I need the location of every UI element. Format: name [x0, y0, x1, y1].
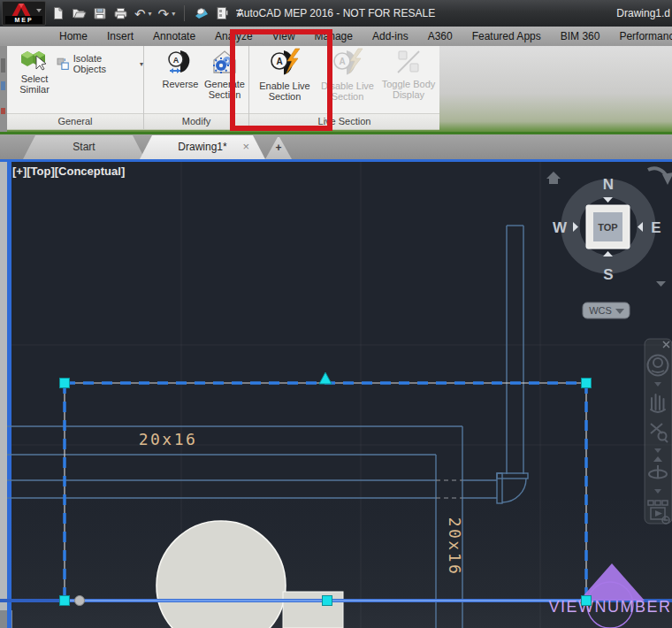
toggle-body-display-button[interactable]: Toggle Body Display — [378, 48, 439, 113]
ribbon-tab-annotate[interactable]: Annotate — [143, 27, 205, 46]
redo-dropdown-icon[interactable]: ▾ — [172, 10, 175, 18]
ribbon-tab-featured-apps[interactable]: Featured Apps — [462, 27, 551, 46]
ribbon-tab-bim360[interactable]: BIM 360 — [551, 27, 610, 46]
section-boundary[interactable] — [0, 383, 672, 601]
viewcube-north[interactable]: N — [603, 176, 614, 193]
ribbon-tab-manage[interactable]: Manage — [305, 27, 363, 46]
wcs-button[interactable]: WCS — [583, 303, 630, 318]
hand-tool-icon[interactable] — [194, 6, 210, 20]
panel-label-modify[interactable]: Modify — [144, 113, 248, 129]
grip-menu-circle[interactable] — [75, 596, 85, 606]
ribbon-tab-view[interactable]: View — [263, 27, 305, 46]
reverse-icon: A — [166, 48, 195, 76]
document-name: Drawing1.d — [616, 0, 670, 27]
select-similar-button[interactable]: Select Similar — [11, 48, 58, 113]
hidden-duct-lines — [436, 480, 462, 498]
title-bar: MEP ↶ ▾ ↷ ▾ — [0, 0, 672, 27]
select-similar-icon — [19, 48, 50, 71]
toggle-body-display-label: Toggle Body Display — [378, 79, 439, 100]
viewport-controls-label[interactable]: [+][Top][Conceptual] — [12, 165, 125, 178]
undo-icon[interactable]: ↶ — [134, 7, 146, 20]
wcs-label: WCS — [589, 305, 612, 316]
app-menu-caret-icon — [36, 9, 42, 12]
close-tab-icon[interactable]: × — [242, 135, 249, 158]
viewcube[interactable]: N S W E TOP — [546, 168, 672, 287]
open-file-icon[interactable] — [72, 6, 87, 20]
isolate-objects-button[interactable]: Isolate Objects ▾ — [57, 53, 143, 74]
ribbon-tab-insert[interactable]: Insert — [97, 27, 143, 46]
new-file-icon[interactable] — [51, 6, 65, 20]
ribbon-bottom-accent — [0, 132, 672, 134]
duct-size-label-vertical: 20x16 — [446, 517, 464, 577]
viewcube-south[interactable]: S — [603, 266, 613, 283]
duct-size-label-horizontal: 20x16 — [139, 430, 198, 448]
window-edge-fragment — [0, 46, 7, 132]
viewcube-west[interactable]: W — [553, 219, 568, 236]
grip-bottom-mid[interactable] — [323, 596, 332, 606]
svg-text:A: A — [173, 56, 179, 65]
ribbon-tab-a360[interactable]: A360 — [418, 27, 462, 46]
grip-flip-arrow[interactable] — [319, 372, 332, 384]
svg-text:A: A — [276, 57, 282, 66]
grip-bottom-left[interactable] — [60, 596, 70, 606]
grip-bottom-right[interactable] — [582, 596, 592, 606]
redo-icon[interactable]: ↷ — [158, 7, 170, 20]
file-tab-drawing1[interactable]: Drawing1* × — [140, 135, 265, 159]
qat-separator — [184, 5, 185, 21]
watermark: VIEWNUMBER — [548, 563, 671, 628]
duct-elbow-fitting — [497, 473, 528, 503]
isolate-objects-label: Isolate Objects — [73, 53, 136, 74]
panel-label-general[interactable]: General — [7, 113, 143, 129]
drawing-viewport[interactable]: [+][Top][Conceptual] — [0, 159, 672, 628]
svg-text:A: A — [339, 57, 345, 66]
undo-dropdown-icon[interactable]: ▾ — [149, 10, 152, 18]
new-drawing-tab-button[interactable]: + — [265, 137, 292, 159]
section-body-circle — [157, 521, 286, 628]
section-body-rectangle — [283, 592, 343, 628]
reverse-button[interactable]: A Reverse — [160, 48, 201, 113]
watermark-text: VIEWNUMBER — [548, 598, 671, 616]
viewport-top-border — [0, 159, 672, 162]
grip-top-right[interactable] — [582, 379, 592, 388]
viewcube-menu-caret-icon[interactable] — [656, 281, 666, 287]
ribbon-tab-bar: Home Insert Annotate Analyze View Manage… — [0, 27, 672, 46]
ribbon-tab-add-ins[interactable]: Add-ins — [363, 27, 418, 46]
viewcube-face-label[interactable]: TOP — [598, 222, 617, 233]
generate-section-button[interactable]: Generate Section — [201, 48, 248, 113]
panel-general: Select Similar Isolate Objects ▾ General — [7, 46, 144, 129]
application-menu-button[interactable]: MEP — [2, 1, 46, 26]
selection-grips[interactable] — [60, 372, 592, 606]
enable-live-section-button[interactable]: A Enable Live Section — [256, 48, 313, 113]
ribbon-tab-performance[interactable]: Performance — [609, 27, 672, 46]
ribbon: Select Similar Isolate Objects ▾ General — [0, 46, 672, 132]
palette-icon[interactable] — [216, 6, 228, 20]
enable-live-section-icon: A — [268, 48, 302, 78]
viewcube-east[interactable]: E — [651, 219, 661, 236]
generate-section-icon — [210, 48, 239, 76]
file-tab-start[interactable]: Start — [23, 135, 145, 159]
viewcube-rotate-arrowhead — [662, 172, 672, 185]
ribbon-tab-analyze[interactable]: Analyze — [205, 27, 263, 46]
disable-live-section-button[interactable]: A Disable Live Section — [318, 48, 377, 113]
plot-icon[interactable] — [113, 6, 128, 20]
enable-live-section-label: Enable Live Section — [256, 80, 313, 102]
ribbon-tab-home[interactable]: Home — [50, 27, 97, 46]
panel-label-live-section[interactable]: Live Section — [249, 113, 439, 129]
disable-live-section-icon: A — [331, 48, 364, 78]
application-window: MEP ↶ ▾ ↷ ▾ — [0, 0, 672, 628]
grip-top-left[interactable] — [60, 379, 70, 388]
panel-live-section: A Enable Live Section A Disable Live Sec… — [249, 46, 439, 129]
file-tab-start-label: Start — [73, 141, 95, 153]
panel-modify: A Reverse Ge — [144, 46, 249, 129]
save-icon[interactable] — [93, 6, 107, 20]
disable-live-section-label: Disable Live Section — [318, 80, 377, 102]
file-tab-drawing1-label: Drawing1* — [178, 141, 226, 153]
toggle-body-display-icon — [394, 48, 423, 76]
isolate-objects-icon — [57, 57, 70, 71]
ribbon-panels: Select Similar Isolate Objects ▾ General — [7, 46, 439, 130]
customize-quick-access-icon[interactable] — [234, 7, 245, 19]
navigation-bar[interactable] — [645, 339, 672, 524]
isolate-objects-dropdown-icon[interactable]: ▾ — [140, 60, 143, 68]
file-tab-bar: Start Drawing1* × + — [0, 132, 672, 159]
viewcube-home-icon[interactable] — [546, 172, 561, 184]
